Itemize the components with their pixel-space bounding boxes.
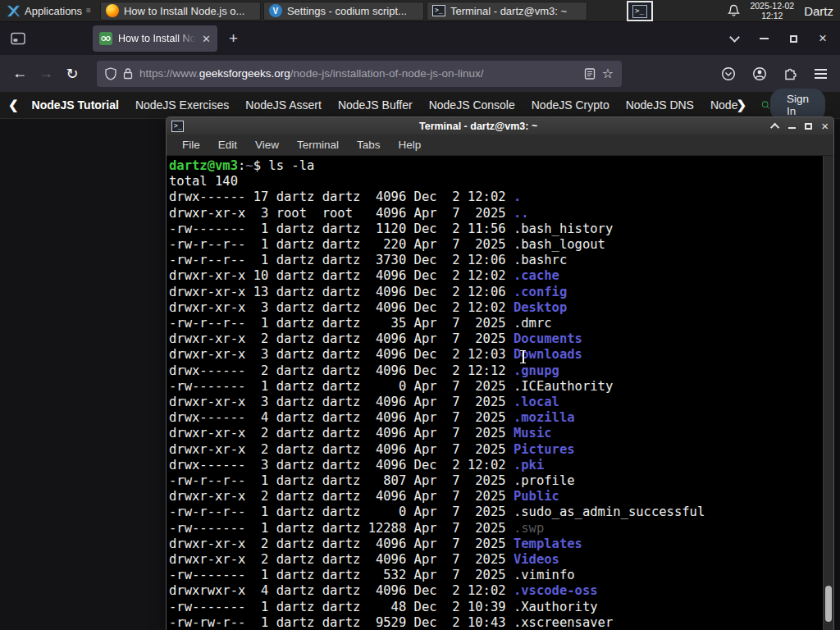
- terminal-line: drwxr-xr-x 2 dartz dartz 4096 Apr 7 2025…: [169, 489, 823, 504]
- terminal-line: drwxr-xr-x 3 dartz dartz 4096 Dec 2 12:0…: [169, 300, 823, 316]
- terminal-line: -rw------- 1 dartz dartz 0 Apr 7 2025 .I…: [169, 379, 823, 395]
- terminal-window-icon: >_: [171, 121, 184, 132]
- terminal-window-title: Terminal - dartz@vm3: ~: [184, 121, 773, 132]
- extensions-icon[interactable]: [783, 66, 798, 81]
- terminal-line: -rw------- 1 dartz dartz 48 Dec 2 10:39 …: [169, 600, 823, 615]
- nav-scroll-left-icon[interactable]: ❮: [0, 98, 24, 112]
- applications-menu-icon: ≡: [86, 9, 91, 12]
- browser-close-button[interactable]: ×: [819, 34, 827, 43]
- terminal-line: -rw-r--r-- 1 dartz dartz 220 Apr 7 2025 …: [169, 237, 823, 253]
- url-text[interactable]: https://www.geeksforgeeks.org/node-js/in…: [139, 67, 578, 80]
- applications-menu-button[interactable]: Applications ≡: [0, 0, 98, 21]
- file-name: .dmrc: [514, 316, 552, 331]
- menu-edit[interactable]: Edit: [211, 137, 244, 153]
- notification-bell-icon[interactable]: [728, 4, 740, 17]
- panel-clock[interactable]: 2025-12-02 12:12: [750, 1, 794, 21]
- browser-tab-active[interactable]: How to Install Node.js on ✕: [93, 25, 217, 52]
- account-icon[interactable]: [752, 66, 767, 81]
- site-nav-bar: ❮ NodeJS Tutorial NodeJS Exercises NodeJ…: [0, 92, 840, 119]
- file-name: ..: [514, 206, 529, 221]
- pocket-icon[interactable]: [721, 66, 736, 81]
- terminal-output: dartz@vm3:~$ ls -la total 140 drwx------…: [167, 156, 823, 630]
- terminal-line: -rw------- 1 dartz dartz 1120 Dec 2 11:5…: [169, 221, 823, 237]
- terminal-line: drwxrwxr-x 4 dartz dartz 4096 Dec 2 12:0…: [169, 583, 823, 599]
- terminal-line: drwx------ 2 dartz dartz 4096 Dec 2 12:1…: [169, 363, 823, 379]
- file-name: Music: [514, 426, 552, 441]
- terminal-close-button[interactable]: ×: [821, 122, 829, 130]
- firefox-view-button[interactable]: [6, 27, 30, 50]
- browser-minimize-button[interactable]: [760, 38, 769, 39]
- terminal-line: -rw------- 1 dartz dartz 12288 Apr 7 202…: [169, 521, 823, 536]
- file-name: .viminfo: [514, 568, 575, 582]
- scrollbar-thumb[interactable]: [825, 586, 832, 622]
- menu-help[interactable]: Help: [391, 137, 429, 153]
- back-button[interactable]: ←: [7, 65, 33, 82]
- file-name: .swp: [514, 521, 544, 536]
- terminal-minimize-button[interactable]: [788, 127, 796, 129]
- file-name: Videos: [514, 552, 559, 567]
- geeksforgeeks-favicon: [99, 32, 112, 45]
- browser-maximize-button[interactable]: [790, 35, 797, 43]
- nav-item-crypto[interactable]: NodeJS Crypto: [523, 98, 618, 112]
- terminal-line: drwxr-xr-x 2 dartz dartz 4096 Apr 7 2025…: [169, 331, 823, 347]
- desktop: Applications ≡ How to Install Node.js o.…: [0, 0, 840, 630]
- tab-close-icon[interactable]: ✕: [202, 33, 211, 45]
- file-name: .local: [514, 395, 559, 409]
- menu-file[interactable]: File: [175, 137, 208, 153]
- nav-item-console[interactable]: NodeJS Console: [421, 98, 523, 112]
- url-bar[interactable]: https://www.geeksforgeeks.org/node-js/in…: [97, 61, 622, 87]
- terminal-maximize-button[interactable]: [805, 123, 812, 130]
- terminal-line: drwxr-xr-x 10 dartz dartz 4096 Dec 2 12:…: [169, 268, 823, 284]
- terminal-line: drwxr-xr-x 3 dartz dartz 4096 Dec 2 12:0…: [169, 347, 823, 363]
- terminal-scrollbar[interactable]: [823, 156, 833, 630]
- file-name: .ICEauthority: [514, 379, 613, 394]
- terminal-line: drwxr-xr-x 2 dartz dartz 4096 Apr 7 2025…: [169, 426, 823, 441]
- file-name: .bash_history: [514, 221, 613, 236]
- file-name: .cache: [514, 268, 559, 283]
- terminal-line: -rw-r--r-- 1 dartz dartz 0 Apr 7 2025 .s…: [169, 504, 823, 520]
- terminal-body[interactable]: dartz@vm3:~$ ls -la total 140 drwx------…: [167, 156, 833, 630]
- nav-scroll-right-icon[interactable]: ❯: [733, 98, 750, 112]
- terminal-line: drwxr-xr-x 3 dartz dartz 4096 Apr 7 2025…: [169, 395, 823, 410]
- menu-hamburger-icon[interactable]: [815, 66, 827, 81]
- reload-button[interactable]: ↻: [59, 65, 85, 83]
- nav-item-exercises[interactable]: NodeJS Exercises: [127, 98, 237, 112]
- new-tab-button[interactable]: +: [229, 30, 238, 48]
- list-tabs-chevron-icon[interactable]: [729, 32, 740, 43]
- taskbar-button-firefox[interactable]: How to Install Node.js o...: [100, 2, 261, 21]
- file-name: .profile: [514, 473, 575, 488]
- file-name: .vscode-oss: [514, 583, 598, 598]
- menu-tabs[interactable]: Tabs: [349, 137, 388, 153]
- tray-terminal-icon[interactable]: >_: [627, 1, 653, 21]
- nav-item-buffer[interactable]: NodeJS Buffer: [330, 98, 421, 112]
- nav-item-dns[interactable]: NodeJS DNS: [618, 98, 702, 112]
- codium-icon: V: [269, 4, 282, 17]
- terminal-line: -rw-rw-r-- 1 dartz dartz 9529 Dec 2 10:4…: [169, 615, 823, 630]
- file-name: .xscreensaver: [514, 615, 613, 630]
- file-name: .Xauthority: [514, 600, 598, 614]
- terminal-line: drwxr-xr-x 2 dartz dartz 4096 Apr 7 2025…: [169, 442, 823, 458]
- bookmark-star-icon[interactable]: ☆: [602, 66, 614, 81]
- terminal-line: drwxr-xr-x 2 dartz dartz 4096 Apr 7 2025…: [169, 552, 823, 568]
- file-name: Pictures: [514, 442, 575, 457]
- taskbar-button-codium[interactable]: V Settings - codium script...: [263, 2, 424, 21]
- taskbar-button-terminal[interactable]: >_ Terminal - dartz@vm3: ~: [427, 2, 587, 21]
- panel-username: Dartz: [804, 4, 833, 18]
- file-name: Documents: [514, 331, 582, 346]
- nav-item-assert[interactable]: NodeJS Assert: [237, 98, 330, 112]
- shield-icon[interactable]: [105, 67, 116, 80]
- nav-item-tutorial[interactable]: NodeJS Tutorial: [24, 98, 127, 112]
- reader-view-icon[interactable]: [584, 68, 596, 80]
- lock-icon[interactable]: [123, 67, 133, 80]
- menu-terminal[interactable]: Terminal: [290, 137, 346, 153]
- menu-view[interactable]: View: [248, 137, 286, 153]
- forward-button[interactable]: →: [33, 65, 59, 82]
- file-name: .config: [514, 285, 567, 299]
- clock-time: 12:12: [750, 11, 794, 21]
- terminal-icon: >_: [432, 5, 445, 16]
- terminal-line: -rw-r--r-- 1 dartz dartz 807 Apr 7 2025 …: [169, 473, 823, 489]
- terminal-line: drwx------ 4 dartz dartz 4096 Apr 7 2025…: [169, 410, 823, 426]
- search-icon[interactable]: [761, 97, 770, 113]
- browser-tab-bar: How to Install Node.js on ✕ + ×: [0, 22, 840, 55]
- terminal-title-bar[interactable]: >_ Terminal - dartz@vm3: ~ ×: [167, 117, 833, 135]
